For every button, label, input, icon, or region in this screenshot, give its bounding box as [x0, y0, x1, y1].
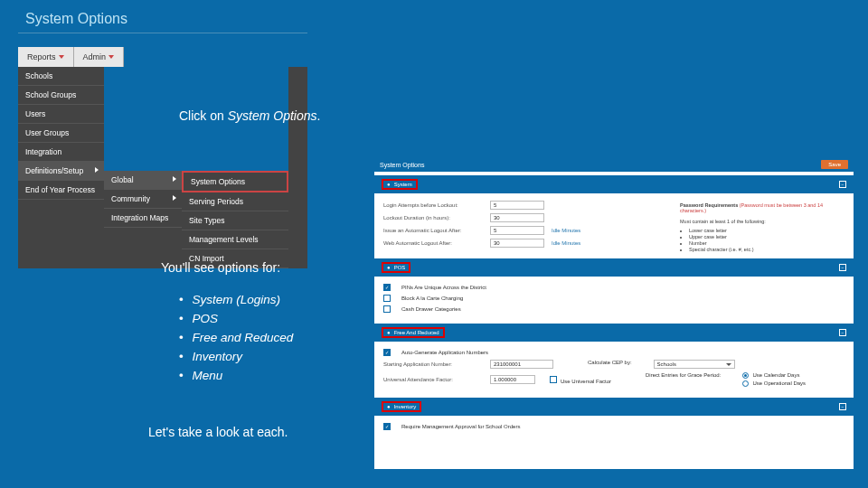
options-bullet-list: System (Logins) POS Free and Reduced Inv… [179, 291, 293, 386]
field-label: Issue an Automatic Logout After: [383, 228, 483, 233]
text: . [317, 108, 321, 123]
field-label: Starting Application Number: [383, 361, 483, 367]
row-require-approval: ✓Require Management Approval for School … [383, 421, 844, 432]
section-bar-system[interactable]: ●System − [374, 175, 854, 193]
row-pins-unique: ✓PINs Are Unique Across the District [383, 282, 844, 293]
dropdown-calc-cep[interactable]: Schools [654, 360, 735, 369]
nav-item[interactable]: User Groups [18, 124, 104, 143]
bullet-item: Menu [179, 367, 293, 386]
section-bar-pos[interactable]: ●POS − [374, 258, 854, 277]
nav-item[interactable]: Serving Periods [182, 192, 288, 211]
field-label: Universal Attendance Factor: [383, 377, 483, 382]
grace-period-group: Direct Entries for Grace Period: Use Cal… [646, 372, 806, 387]
radio-operational-days[interactable]: Use Operational Days [742, 380, 806, 387]
collapse-icon[interactable]: − [839, 403, 846, 410]
nav-item-global[interactable]: Global [104, 171, 182, 190]
system-options-panel: System Options Save ●System − Login Atte… [374, 157, 854, 469]
caret-icon [726, 363, 731, 366]
pw-items-list: Lower case letter Upper case letter Numb… [689, 228, 843, 252]
arrow-icon [173, 176, 176, 182]
link-idle-minutes[interactable]: Idle Minutes [552, 228, 580, 233]
nav-col-1: Schools School Groups Users User Groups … [18, 67, 104, 268]
section-title: POS [394, 265, 406, 270]
bullet-item: System (Logins) [179, 291, 293, 310]
red-highlight-far: ●Free And Reduced [382, 327, 445, 338]
radio-icon [742, 380, 749, 387]
pw-items-header: Must contain at least 1 of the following… [680, 219, 843, 224]
pw-item: Lower case letter [689, 228, 843, 233]
nav-menu-screenshot: Reports Admin Schools School Groups User… [18, 47, 307, 226]
row-starting-number: Starting Application Number: 231000001 C… [383, 358, 844, 371]
panel-title: System Options [380, 162, 424, 168]
nav-item-system-options[interactable]: System Options [182, 171, 288, 192]
instruction-look-each: Let's take a look at each. [148, 425, 288, 439]
nav-columns: Schools School Groups Users User Groups … [18, 67, 307, 268]
checkbox-icon[interactable]: ✓ [383, 349, 391, 356]
red-highlight-system: ●System [382, 179, 418, 190]
checkbox-icon[interactable] [383, 295, 391, 302]
section-title: Inventory [394, 404, 417, 409]
instruction-see-options: You'll see options for: [161, 260, 280, 275]
checkbox-label: Auto-Generate Application Numbers [401, 350, 488, 355]
checkbox-icon[interactable] [383, 305, 391, 313]
input-auto-logout[interactable]: 5 [490, 226, 544, 235]
nav-item[interactable]: Management Levels [182, 230, 288, 249]
nav-item-label: Definitions/Setup [25, 166, 83, 175]
radio-calendar-days[interactable]: Use Calendar Days [742, 372, 806, 379]
field-label: Web Automatic Logout After: [383, 240, 483, 246]
text: Click on [179, 108, 228, 123]
input-attendance-factor[interactable]: 1.000000 [490, 375, 535, 384]
input-lockout-duration[interactable]: 30 [490, 213, 544, 222]
red-highlight-inventory: ●Inventory [382, 401, 421, 412]
nav-spacer [104, 67, 182, 171]
nav-item[interactable]: Integration [18, 143, 104, 162]
nav-item-definitions[interactable]: Definitions/Setup [18, 162, 104, 181]
nav-item[interactable]: Integration Maps [104, 209, 182, 228]
radio-label: Use Operational Days [752, 380, 806, 386]
caret-icon [108, 55, 114, 59]
collapse-icon[interactable]: − [839, 329, 846, 336]
nav-tab-label: Admin [83, 52, 107, 61]
pw-item: Special character (i.e. #, etc.) [689, 247, 843, 252]
input-login-attempts[interactable]: 5 [490, 201, 544, 210]
collapse-icon[interactable]: − [839, 181, 846, 188]
checkbox-icon[interactable] [550, 376, 557, 383]
nav-item[interactable]: Schools [18, 67, 104, 86]
nav-item[interactable]: Site Types [182, 211, 288, 230]
field-label: Direct Entries for Grace Period: [646, 372, 721, 378]
dropdown-value: Schools [657, 361, 676, 367]
nav-tab-label: Reports [27, 52, 56, 61]
nav-item[interactable]: School Groups [18, 86, 104, 105]
section-bar-far[interactable]: ●Free And Reduced − [374, 324, 854, 342]
bullet-item: Free and Reduced [179, 329, 293, 348]
checkbox-icon[interactable]: ✓ [383, 284, 391, 291]
text-italic: System Options [228, 108, 317, 123]
row-block-charging: Block A la Carte Charging [383, 293, 844, 304]
link-idle-minutes[interactable]: Idle Minutes [552, 240, 580, 246]
collapse-icon[interactable]: − [839, 264, 846, 271]
section-bar-inventory[interactable]: ●Inventory − [374, 398, 854, 416]
nav-item-label: Global [111, 175, 134, 184]
pos-body: ✓PINs Are Unique Across the District Blo… [374, 277, 854, 320]
bullet-icon: ● [387, 404, 391, 409]
bullet-icon: ● [387, 330, 391, 335]
checkbox-label: PINs Are Unique Across the District [401, 285, 486, 290]
nav-tabs: Reports Admin [18, 47, 307, 67]
caret-icon [59, 55, 64, 59]
inventory-body: ✓Require Management Approval for School … [374, 416, 854, 434]
input-starting-number[interactable]: 231000001 [490, 360, 553, 369]
nav-item[interactable]: Users [18, 105, 104, 124]
arrow-icon [95, 167, 99, 173]
pw-item: Number [689, 240, 843, 246]
nav-item[interactable]: End of Year Process [18, 181, 104, 200]
panel-header: System Options Save [374, 157, 854, 172]
nav-item-community[interactable]: Community [104, 190, 182, 209]
checkbox-icon[interactable]: ✓ [383, 423, 391, 430]
field-label: Calculate CEP by: [588, 360, 632, 365]
nav-tab-admin[interactable]: Admin [74, 47, 125, 67]
calc-cep-group: Calculate CEP by: Schools [588, 360, 735, 369]
nav-col-3: System Options Serving Periods Site Type… [182, 67, 288, 268]
save-button[interactable]: Save [821, 160, 848, 169]
input-web-logout[interactable]: 30 [490, 239, 544, 248]
nav-tab-reports[interactable]: Reports [18, 47, 74, 67]
